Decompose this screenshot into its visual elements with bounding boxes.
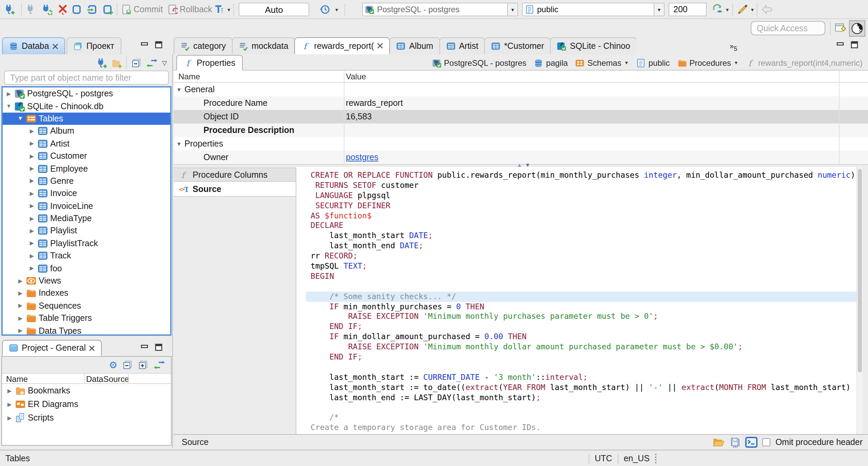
database-navigator-tree[interactable]: ▶PostgreSQL - postgres▼SQLite - Chinook.… bbox=[1, 86, 172, 336]
tree-item-playlisttrack[interactable]: ▶PlaylistTrack bbox=[3, 237, 170, 250]
grid-row-properties[interactable]: ▼Properties bbox=[174, 137, 868, 151]
fetch-size-input[interactable] bbox=[669, 3, 707, 16]
editor-tab-mockdata[interactable]: mockdata bbox=[232, 37, 295, 54]
chevron-right-icon[interactable]: ▶ bbox=[17, 328, 24, 334]
magic-pen-dropdown-icon[interactable]: ▼ bbox=[750, 7, 755, 12]
tree-item-playlist[interactable]: ▶Playlist bbox=[3, 225, 170, 237]
open-perspective-icon[interactable] bbox=[835, 22, 847, 33]
chevron-right-icon[interactable]: ▶ bbox=[28, 203, 35, 209]
tree-item-foo[interactable]: ▶foo bbox=[3, 262, 170, 275]
column-divider[interactable] bbox=[84, 374, 85, 383]
status-timezone[interactable]: UTC bbox=[595, 454, 612, 463]
rollback-button[interactable]: Rollback bbox=[180, 5, 212, 14]
tree-item-mediatype[interactable]: ▶MediaType bbox=[3, 212, 170, 225]
tree-item-postgresql-postgres[interactable]: ▶PostgreSQL - postgres bbox=[3, 88, 170, 100]
refresh-dropdown-icon[interactable]: ▼ bbox=[725, 7, 730, 12]
project-item-er-diagrams[interactable]: ▶ER Diagrams bbox=[2, 397, 171, 411]
chevron-down-icon[interactable]: ▼ bbox=[624, 60, 629, 65]
active-connection-combo[interactable]: PostgreSQL - postgres ▼ bbox=[362, 3, 518, 16]
open-file-icon[interactable] bbox=[713, 436, 725, 447]
open-sql-script-icon[interactable] bbox=[102, 4, 113, 15]
navigator-filter-input[interactable] bbox=[4, 71, 169, 85]
history-icon[interactable] bbox=[319, 4, 330, 15]
tab-project-explorer[interactable]: Проект bbox=[67, 37, 121, 54]
transaction-mode-dropdown-icon[interactable]: ▼ bbox=[226, 7, 231, 12]
chevron-right-icon[interactable]: ▶ bbox=[28, 228, 35, 234]
tree-item-indexes[interactable]: ▶Indexes bbox=[3, 287, 170, 300]
chevron-right-icon[interactable]: ▶ bbox=[5, 91, 12, 97]
tab-properties[interactable]: f Properties bbox=[176, 55, 243, 71]
column-name[interactable]: Name bbox=[6, 374, 28, 384]
disconnect-icon[interactable] bbox=[58, 4, 68, 15]
connect-icon[interactable] bbox=[25, 4, 36, 15]
close-icon[interactable] bbox=[89, 345, 95, 351]
commit-icon[interactable] bbox=[121, 4, 132, 15]
column-value[interactable]: Value bbox=[346, 72, 366, 81]
chevron-right-icon[interactable]: ▶ bbox=[28, 265, 35, 271]
view-menu-icon[interactable]: ▽ bbox=[162, 59, 167, 66]
quick-access-input[interactable] bbox=[751, 21, 825, 35]
breadcrumb-item-procedures[interactable]: Procedures▼ bbox=[677, 58, 738, 67]
column-name[interactable]: Name bbox=[178, 72, 200, 81]
tree-item-table-triggers[interactable]: ▶Table Triggers bbox=[3, 312, 170, 325]
status-locale[interactable]: en_US bbox=[624, 454, 649, 463]
new-folder-icon[interactable] bbox=[111, 57, 122, 68]
omit-procedure-header-checkbox[interactable] bbox=[763, 438, 771, 446]
chevron-right-icon[interactable]: ▶ bbox=[17, 315, 24, 321]
chevron-down-icon[interactable]: ▼ bbox=[734, 60, 738, 65]
chevron-right-icon[interactable]: ▶ bbox=[17, 290, 24, 296]
new-connection-icon[interactable] bbox=[4, 4, 15, 15]
save-icon[interactable] bbox=[730, 436, 741, 447]
project-item-scripts[interactable]: ▶Scripts bbox=[2, 411, 171, 425]
commit-button[interactable]: Commit bbox=[134, 5, 163, 14]
collapse-all-icon[interactable] bbox=[122, 360, 133, 370]
project-item-bookmarks[interactable]: ▶Bookmarks bbox=[2, 384, 171, 397]
project-tree[interactable]: ▶Bookmarks▶ER Diagrams▶Scripts bbox=[2, 384, 171, 425]
link-with-editor-icon[interactable] bbox=[146, 57, 158, 68]
tree-item-invoice[interactable]: ▶Invoice bbox=[3, 187, 170, 200]
subtab-source[interactable]: <>TSource bbox=[174, 182, 296, 197]
chevron-right-icon[interactable]: ▶ bbox=[6, 388, 13, 394]
editor-tab-artist[interactable]: Artist bbox=[439, 37, 485, 54]
chevron-right-icon[interactable]: ▶ bbox=[28, 191, 35, 197]
rollback-icon[interactable] bbox=[167, 4, 178, 15]
minimize-icon[interactable] bbox=[140, 41, 149, 49]
vertical-scrollbar[interactable] bbox=[856, 167, 863, 434]
chevron-right-icon[interactable]: ▶ bbox=[28, 253, 35, 259]
editor-tab-sqlite-chinoo[interactable]: SQLite - Chinoo bbox=[550, 37, 636, 54]
link-with-editor-icon[interactable] bbox=[153, 360, 165, 370]
chevron-right-icon[interactable]: ▶ bbox=[28, 166, 35, 172]
chevron-right-icon[interactable]: ▶ bbox=[17, 303, 24, 309]
tab-database-navigator[interactable]: Databa bbox=[2, 37, 65, 54]
active-schema-combo[interactable]: public ▼ bbox=[522, 3, 665, 16]
chevron-down-icon[interactable]: ▼ bbox=[176, 141, 182, 147]
chevron-down-icon[interactable]: ▼ bbox=[17, 116, 24, 122]
minimize-icon[interactable] bbox=[140, 343, 149, 351]
grid-row-general[interactable]: ▼General bbox=[174, 83, 868, 96]
close-icon[interactable] bbox=[53, 43, 59, 49]
breadcrumb-item-postgresql-postgres[interactable]: PostgreSQL - postgres bbox=[432, 58, 526, 67]
maximize-icon[interactable] bbox=[155, 343, 163, 351]
chevron-down-icon[interactable]: ▼ bbox=[5, 103, 12, 109]
source-viewer[interactable]: CREATE OR REPLACE FUNCTION public.reward… bbox=[296, 167, 863, 434]
editor-tab-rewards-report[interactable]: frewards_report( bbox=[294, 37, 390, 54]
terminal-icon[interactable] bbox=[746, 436, 758, 447]
editor-tab-customer[interactable]: *Customer bbox=[485, 37, 551, 54]
connection-dropdown-icon[interactable]: ▼ bbox=[507, 3, 517, 16]
chevron-right-icon[interactable]: ▶ bbox=[17, 278, 24, 284]
breadcrumb-item-rewards-report-int4-numeric[interactable]: frewards_report(int4,numeric) bbox=[746, 58, 863, 67]
grid-row-procedure-name[interactable]: Procedure Namerewards_report bbox=[174, 96, 868, 110]
chevron-down-icon[interactable]: ▼ bbox=[176, 86, 182, 93]
chevron-right-icon[interactable]: ▶ bbox=[28, 128, 35, 134]
chevron-right-icon[interactable]: ▶ bbox=[6, 401, 13, 407]
editor-tab-category[interactable]: category bbox=[174, 37, 233, 54]
chevron-right-icon[interactable]: ▶ bbox=[28, 240, 35, 247]
breadcrumb-item-public[interactable]: public bbox=[636, 58, 670, 67]
chevron-right-icon[interactable]: ▶ bbox=[28, 153, 35, 159]
column-datasource[interactable]: DataSource bbox=[86, 374, 129, 384]
tree-item-data-types[interactable]: ▶Data Types bbox=[3, 325, 170, 336]
tab-project-general[interactable]: Project - General bbox=[2, 340, 102, 356]
auto-commit-combo[interactable]: Auto bbox=[239, 3, 309, 16]
dbeaver-perspective-icon[interactable] bbox=[849, 20, 865, 37]
expand-all-icon[interactable] bbox=[138, 360, 149, 370]
